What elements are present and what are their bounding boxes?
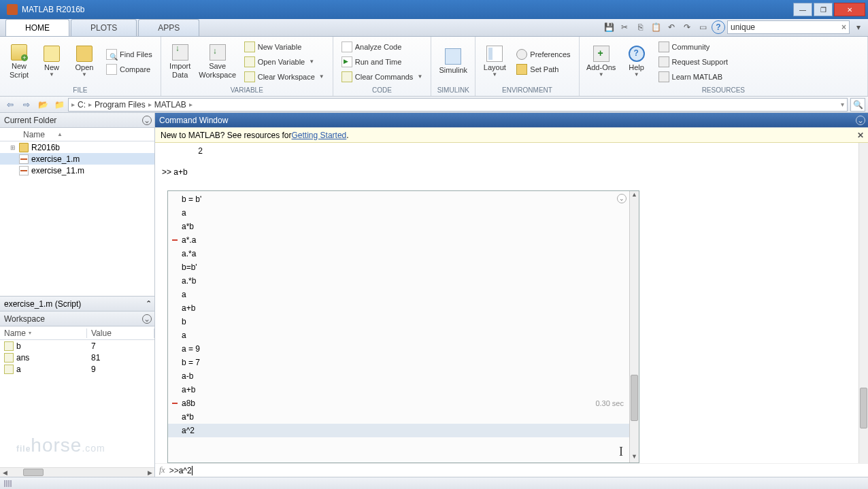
column-value-header[interactable]: Value bbox=[87, 328, 154, 338]
copy-icon[interactable]: ⎘ bbox=[633, 20, 647, 34]
help-button[interactable]: Help ▼ bbox=[622, 39, 652, 84]
new-variable-button[interactable]: New Variable bbox=[240, 39, 329, 54]
preferences-button[interactable]: Preferences bbox=[512, 47, 574, 61]
getting-started-link[interactable]: Getting Started bbox=[292, 131, 347, 140]
history-item[interactable]: b = 7 bbox=[168, 356, 629, 369]
minimize-button[interactable]: — bbox=[793, 3, 812, 16]
history-item[interactable]: a bbox=[168, 206, 629, 220]
help-icon[interactable]: ? bbox=[712, 20, 725, 34]
workspace-row[interactable]: b7 bbox=[0, 340, 154, 352]
history-item[interactable]: a = 9 bbox=[168, 342, 629, 356]
path-seg-2[interactable]: MATLAB bbox=[154, 100, 186, 109]
command-window-body[interactable]: 2 >> a+b ⌄ b = b'aa*ba*.aa.*ab=b'a.*baa+… bbox=[155, 143, 868, 463]
workspace-row[interactable]: a9 bbox=[0, 363, 154, 375]
history-item[interactable]: a+b bbox=[168, 301, 629, 315]
history-item[interactable]: a*.a bbox=[168, 233, 629, 247]
addons-button[interactable]: Add-Ons ▼ bbox=[584, 39, 619, 84]
import-data-button[interactable]: Import Data bbox=[165, 39, 195, 84]
banner-close-button[interactable]: ✕ bbox=[857, 131, 864, 140]
search-docs-input[interactable]: unique × bbox=[727, 20, 850, 34]
new-script-button[interactable]: New Script bbox=[4, 39, 34, 84]
set-path-button[interactable]: Set Path bbox=[512, 62, 574, 76]
command-scrollbar[interactable] bbox=[858, 143, 868, 463]
detail-expand-icon[interactable]: ⌃ bbox=[146, 299, 152, 308]
compare-button[interactable]: Compare bbox=[102, 62, 156, 76]
history-item[interactable]: b=b' bbox=[168, 260, 629, 274]
run-and-time-button[interactable]: Run and Time bbox=[337, 54, 427, 69]
folder-item[interactable]: exercise_11.m bbox=[0, 165, 154, 176]
command-prompt-line[interactable]: fx >> a^2 bbox=[155, 463, 868, 477]
history-item[interactable]: a-b bbox=[168, 369, 629, 383]
save-icon[interactable]: 💾 bbox=[602, 20, 616, 34]
panel-collapse-icon[interactable]: ⌄ bbox=[142, 116, 152, 125]
request-support-button[interactable]: Request Support bbox=[654, 54, 733, 69]
path-dropdown-icon[interactable]: ▾ bbox=[841, 101, 844, 108]
history-item[interactable]: a*b bbox=[168, 220, 629, 233]
command-history-list[interactable]: b = b'aa*ba*.aa.*ab=b'a.*baa+bbaa = 9b =… bbox=[168, 191, 629, 462]
history-item[interactable]: a*b bbox=[168, 410, 629, 424]
history-item[interactable]: a8b0.30 sec bbox=[168, 397, 629, 410]
save-workspace-button[interactable]: Save Workspace bbox=[198, 39, 237, 84]
new-button[interactable]: New ▼ bbox=[37, 39, 67, 84]
folder-item[interactable]: ⊞R2016b bbox=[0, 141, 154, 153]
history-scrollbar[interactable]: ▲ ▼ bbox=[629, 191, 639, 462]
clear-workspace-button[interactable]: Clear Workspace ▼ bbox=[240, 69, 329, 84]
learn-matlab-button[interactable]: Learn MATLAB bbox=[654, 69, 733, 84]
restore-button[interactable]: ❐ bbox=[814, 3, 833, 16]
open-button[interactable]: Open ▼ bbox=[69, 39, 99, 84]
file-detail-panel[interactable]: exercise_1.m (Script) ⌃ bbox=[0, 296, 154, 311]
command-window-header[interactable]: Command Window ⌄ bbox=[155, 113, 868, 128]
open-variable-button[interactable]: Open Variable ▼ bbox=[240, 54, 329, 69]
column-name-header[interactable]: Name bbox=[23, 130, 45, 139]
tab-home[interactable]: HOME bbox=[5, 19, 69, 36]
scroll-down-icon[interactable]: ▼ bbox=[630, 453, 639, 462]
scroll-left-icon[interactable]: ◀ bbox=[0, 469, 10, 476]
history-item[interactable]: a bbox=[168, 328, 629, 342]
history-item[interactable]: a+b bbox=[168, 383, 629, 397]
path-seg-1[interactable]: Program Files bbox=[95, 100, 146, 109]
current-folder-columns[interactable]: Name ▲ bbox=[0, 128, 154, 141]
address-search-button[interactable]: 🔍 bbox=[850, 98, 865, 112]
workspace-header[interactable]: Workspace ⌄ bbox=[0, 311, 154, 326]
scroll-thumb[interactable] bbox=[860, 388, 867, 428]
folder-item[interactable]: exercise_1.m bbox=[0, 153, 154, 165]
panel-collapse-icon[interactable]: ⌄ bbox=[142, 314, 152, 324]
workspace-columns[interactable]: Name ▾ Value bbox=[0, 326, 154, 340]
scroll-thumb[interactable] bbox=[23, 469, 44, 476]
scroll-right-icon[interactable]: ▶ bbox=[145, 469, 154, 476]
simulink-button[interactable]: Simulink bbox=[435, 39, 471, 84]
scroll-up-icon[interactable]: ▲ bbox=[630, 191, 639, 201]
history-item[interactable]: a^2 bbox=[168, 424, 629, 437]
workspace-row[interactable]: ans81 bbox=[0, 352, 154, 363]
history-item[interactable]: b bbox=[168, 315, 629, 328]
fx-icon[interactable]: fx bbox=[159, 465, 165, 475]
undo-icon[interactable]: ↶ bbox=[665, 20, 678, 34]
current-folder-header[interactable]: Current Folder ⌄ bbox=[0, 113, 154, 128]
nav-forward-button[interactable]: ⇨ bbox=[19, 98, 34, 112]
find-files-button[interactable]: Find Files bbox=[102, 47, 156, 61]
expander-icon[interactable]: ⊞ bbox=[10, 144, 16, 151]
tab-plots[interactable]: PLOTS bbox=[71, 19, 137, 36]
history-item[interactable]: a bbox=[168, 288, 629, 301]
community-button[interactable]: Community bbox=[654, 39, 733, 54]
paste-icon[interactable]: 📋 bbox=[649, 20, 663, 34]
close-button[interactable]: ✕ bbox=[834, 3, 865, 16]
column-name-header[interactable]: Name ▾ bbox=[0, 328, 87, 338]
cut-icon[interactable]: ✂ bbox=[618, 20, 631, 34]
nav-up-button[interactable]: 📂 bbox=[35, 98, 50, 112]
command-input-text[interactable]: a^2 bbox=[179, 466, 192, 475]
tab-apps[interactable]: APPS bbox=[138, 19, 199, 36]
analyze-code-button[interactable]: Analyze Code bbox=[337, 39, 427, 54]
scroll-track[interactable] bbox=[10, 468, 145, 477]
switch-windows-icon[interactable]: ▭ bbox=[696, 20, 710, 34]
scroll-thumb[interactable] bbox=[631, 375, 638, 421]
workspace-hscrollbar[interactable]: ◀ ▶ bbox=[0, 467, 154, 477]
panel-collapse-icon[interactable]: ⌄ bbox=[856, 116, 865, 125]
nav-browse-button[interactable]: 📁 bbox=[52, 98, 67, 112]
path-drive[interactable]: C: bbox=[78, 100, 86, 109]
layout-button[interactable]: Layout ▼ bbox=[480, 39, 510, 84]
history-item[interactable]: a.*a bbox=[168, 247, 629, 260]
clear-commands-button[interactable]: Clear Commands ▼ bbox=[337, 69, 427, 84]
current-folder-list[interactable]: ⊞R2016bexercise_1.mexercise_11.m bbox=[0, 141, 154, 296]
nav-back-button[interactable]: ⇦ bbox=[3, 98, 18, 112]
